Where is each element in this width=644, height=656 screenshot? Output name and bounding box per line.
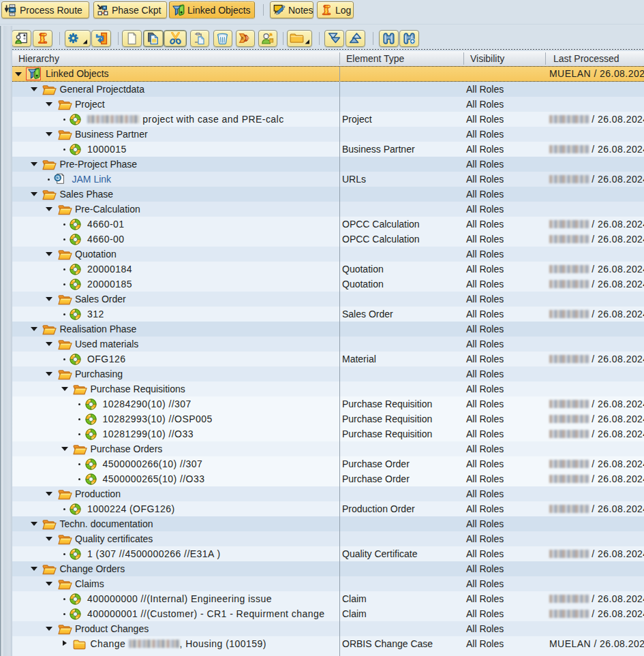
svg-text:a: a [241, 35, 243, 40]
svg-text:b: b [246, 35, 249, 40]
